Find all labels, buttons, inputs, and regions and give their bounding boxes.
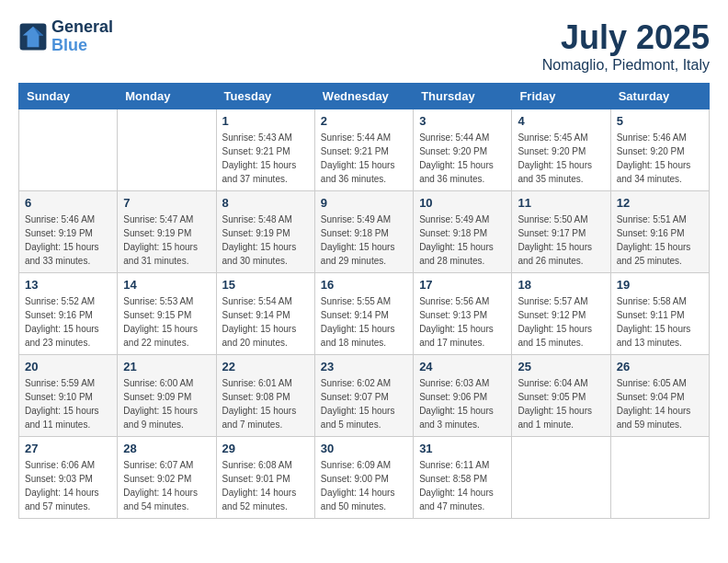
calendar-cell: 11Sunrise: 5:50 AMSunset: 9:17 PMDayligh…: [512, 191, 610, 273]
day-info: Sunrise: 5:50 AMSunset: 9:17 PMDaylight:…: [518, 213, 604, 268]
calendar-cell: 25Sunrise: 6:04 AMSunset: 9:05 PMDayligh…: [512, 355, 610, 437]
day-info: Sunrise: 6:03 AMSunset: 9:06 PMDaylight:…: [419, 376, 506, 431]
calendar-cell: 22Sunrise: 6:01 AMSunset: 9:08 PMDayligh…: [216, 355, 314, 437]
day-info: Sunrise: 5:47 AMSunset: 9:19 PMDaylight:…: [123, 213, 210, 268]
calendar-cell: 24Sunrise: 6:03 AMSunset: 9:06 PMDayligh…: [414, 355, 512, 437]
day-number: 26: [617, 360, 703, 373]
day-number: 3: [419, 114, 506, 128]
day-number: 30: [321, 442, 407, 455]
day-number: 8: [222, 196, 309, 210]
day-number: 1: [222, 114, 309, 128]
day-info: Sunrise: 6:05 AMSunset: 9:04 PMDaylight:…: [617, 376, 703, 431]
weekday-header-thursday: Thursday: [414, 84, 512, 109]
calendar-cell: [19, 109, 118, 191]
day-number: 25: [518, 360, 604, 373]
logo-text-line2: Blue: [51, 37, 113, 55]
calendar-cell: 15Sunrise: 5:54 AMSunset: 9:14 PMDayligh…: [216, 273, 314, 355]
day-info: Sunrise: 5:43 AMSunset: 9:21 PMDaylight:…: [222, 131, 309, 186]
calendar: SundayMondayTuesdayWednesdayThursdayFrid…: [18, 83, 710, 519]
calendar-cell: 23Sunrise: 6:02 AMSunset: 9:07 PMDayligh…: [314, 355, 413, 437]
day-info: Sunrise: 6:08 AMSunset: 9:01 PMDaylight:…: [222, 458, 309, 513]
calendar-cell: 20Sunrise: 5:59 AMSunset: 9:10 PMDayligh…: [19, 355, 118, 437]
day-number: 2: [321, 114, 407, 128]
location: Nomaglio, Piedmont, Italy: [542, 57, 710, 74]
calendar-cell: 3Sunrise: 5:44 AMSunset: 9:20 PMDaylight…: [414, 109, 512, 191]
week-row-5: 27Sunrise: 6:06 AMSunset: 9:03 PMDayligh…: [19, 437, 710, 519]
week-row-4: 20Sunrise: 5:59 AMSunset: 9:10 PMDayligh…: [19, 355, 710, 437]
calendar-cell: 2Sunrise: 5:44 AMSunset: 9:21 PMDaylight…: [314, 109, 413, 191]
day-info: Sunrise: 5:46 AMSunset: 9:20 PMDaylight:…: [617, 131, 703, 186]
calendar-cell: 26Sunrise: 6:05 AMSunset: 9:04 PMDayligh…: [610, 355, 709, 437]
calendar-cell: [610, 437, 709, 519]
day-number: 23: [321, 360, 407, 373]
day-number: 28: [123, 442, 210, 455]
day-number: 18: [518, 278, 604, 292]
weekday-header-wednesday: Wednesday: [314, 84, 413, 109]
calendar-cell: [118, 109, 216, 191]
logo-text-line1: General: [51, 18, 113, 37]
calendar-cell: 18Sunrise: 5:57 AMSunset: 9:12 PMDayligh…: [512, 273, 610, 355]
logo-icon: [18, 22, 48, 52]
title-block: July 2025 Nomaglio, Piedmont, Italy: [542, 18, 710, 74]
day-number: 16: [321, 278, 407, 292]
calendar-cell: 1Sunrise: 5:43 AMSunset: 9:21 PMDaylight…: [216, 109, 314, 191]
day-info: Sunrise: 6:02 AMSunset: 9:07 PMDaylight:…: [321, 376, 407, 431]
calendar-cell: 4Sunrise: 5:45 AMSunset: 9:20 PMDaylight…: [512, 109, 610, 191]
day-number: 5: [617, 114, 703, 128]
weekday-header-sunday: Sunday: [19, 84, 118, 109]
day-number: 17: [419, 278, 506, 292]
day-info: Sunrise: 5:52 AMSunset: 9:16 PMDaylight:…: [25, 294, 111, 350]
day-number: 10: [419, 196, 506, 210]
day-number: 4: [518, 114, 604, 128]
day-info: Sunrise: 5:57 AMSunset: 9:12 PMDaylight:…: [518, 294, 604, 350]
day-number: 11: [518, 196, 604, 210]
week-row-2: 6Sunrise: 5:46 AMSunset: 9:19 PMDaylight…: [19, 191, 710, 273]
day-info: Sunrise: 6:11 AMSunset: 8:58 PMDaylight:…: [419, 458, 506, 513]
day-info: Sunrise: 5:49 AMSunset: 9:18 PMDaylight:…: [321, 213, 407, 268]
calendar-cell: 6Sunrise: 5:46 AMSunset: 9:19 PMDaylight…: [19, 191, 118, 273]
day-number: 22: [222, 360, 309, 373]
day-info: Sunrise: 6:07 AMSunset: 9:02 PMDaylight:…: [123, 458, 210, 513]
day-number: 19: [617, 278, 703, 292]
calendar-cell: [512, 437, 610, 519]
calendar-cell: 9Sunrise: 5:49 AMSunset: 9:18 PMDaylight…: [314, 191, 413, 273]
calendar-cell: 17Sunrise: 5:56 AMSunset: 9:13 PMDayligh…: [414, 273, 512, 355]
weekday-header-row: SundayMondayTuesdayWednesdayThursdayFrid…: [19, 84, 710, 109]
day-info: Sunrise: 5:59 AMSunset: 9:10 PMDaylight:…: [25, 376, 111, 431]
day-info: Sunrise: 6:00 AMSunset: 9:09 PMDaylight:…: [123, 376, 210, 431]
week-row-3: 13Sunrise: 5:52 AMSunset: 9:16 PMDayligh…: [19, 273, 710, 355]
day-number: 24: [419, 360, 506, 373]
day-info: Sunrise: 5:44 AMSunset: 9:21 PMDaylight:…: [321, 131, 407, 186]
calendar-cell: 10Sunrise: 5:49 AMSunset: 9:18 PMDayligh…: [414, 191, 512, 273]
day-info: Sunrise: 5:53 AMSunset: 9:15 PMDaylight:…: [123, 294, 210, 350]
day-info: Sunrise: 5:48 AMSunset: 9:19 PMDaylight:…: [222, 213, 309, 268]
day-info: Sunrise: 5:46 AMSunset: 9:19 PMDaylight:…: [25, 213, 111, 268]
day-info: Sunrise: 6:01 AMSunset: 9:08 PMDaylight:…: [222, 376, 309, 431]
calendar-cell: 29Sunrise: 6:08 AMSunset: 9:01 PMDayligh…: [216, 437, 314, 519]
calendar-cell: 16Sunrise: 5:55 AMSunset: 9:14 PMDayligh…: [314, 273, 413, 355]
weekday-header-friday: Friday: [512, 84, 610, 109]
calendar-cell: 30Sunrise: 6:09 AMSunset: 9:00 PMDayligh…: [314, 437, 413, 519]
week-row-1: 1Sunrise: 5:43 AMSunset: 9:21 PMDaylight…: [19, 109, 710, 191]
weekday-header-monday: Monday: [118, 84, 216, 109]
day-info: Sunrise: 5:44 AMSunset: 9:20 PMDaylight:…: [419, 131, 506, 186]
day-info: Sunrise: 6:04 AMSunset: 9:05 PMDaylight:…: [518, 376, 604, 431]
day-number: 13: [25, 278, 111, 292]
day-info: Sunrise: 5:55 AMSunset: 9:14 PMDaylight:…: [321, 294, 407, 350]
day-number: 20: [25, 360, 111, 373]
calendar-cell: 14Sunrise: 5:53 AMSunset: 9:15 PMDayligh…: [118, 273, 216, 355]
day-number: 9: [321, 196, 407, 210]
day-number: 15: [222, 278, 309, 292]
calendar-cell: 19Sunrise: 5:58 AMSunset: 9:11 PMDayligh…: [610, 273, 709, 355]
day-number: 14: [123, 278, 210, 292]
day-info: Sunrise: 5:56 AMSunset: 9:13 PMDaylight:…: [419, 294, 506, 350]
day-info: Sunrise: 5:45 AMSunset: 9:20 PMDaylight:…: [518, 131, 604, 186]
calendar-cell: 8Sunrise: 5:48 AMSunset: 9:19 PMDaylight…: [216, 191, 314, 273]
day-info: Sunrise: 5:54 AMSunset: 9:14 PMDaylight:…: [222, 294, 309, 350]
day-number: 27: [25, 442, 111, 455]
day-info: Sunrise: 5:58 AMSunset: 9:11 PMDaylight:…: [617, 294, 703, 350]
page-header: General Blue July 2025 Nomaglio, Piedmon…: [18, 18, 710, 74]
month-title: July 2025: [542, 18, 710, 57]
day-info: Sunrise: 5:49 AMSunset: 9:18 PMDaylight:…: [419, 213, 506, 268]
calendar-cell: 5Sunrise: 5:46 AMSunset: 9:20 PMDaylight…: [610, 109, 709, 191]
